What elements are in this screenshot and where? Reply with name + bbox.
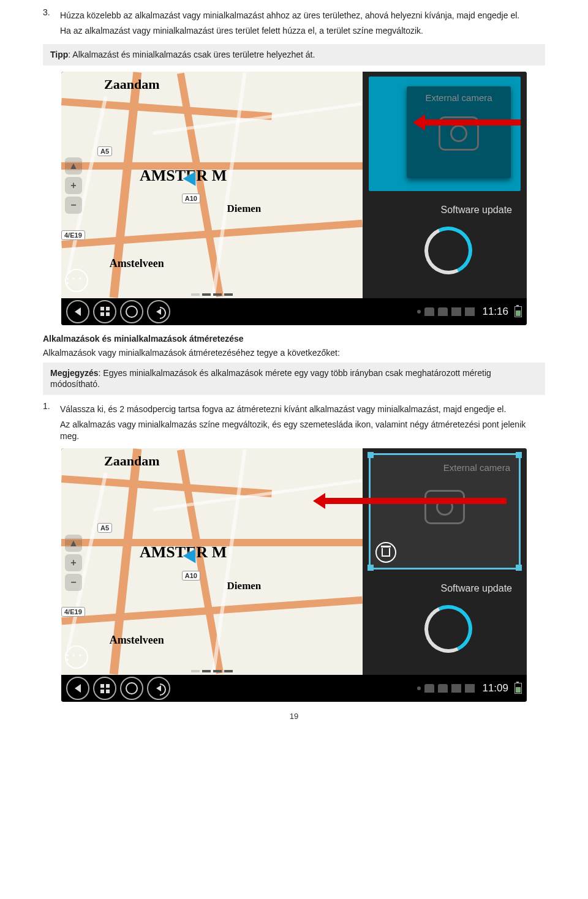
camera-icon [424, 490, 465, 524]
map-city-amsterdam: AMSTER M [140, 167, 227, 185]
note-box: Megjegyzés: Egyes minialkalmazások és al… [43, 363, 545, 396]
trash-icon [382, 548, 390, 557]
volume-button[interactable] [147, 677, 170, 700]
tip-box: Tipp: Alkalmazást és minialkalmazás csak… [43, 44, 545, 66]
zoom-in-button[interactable]: + [65, 177, 82, 194]
screenshot-move-app: Zaandam AMSTER M Diemen Amstelveen A5 4/… [61, 72, 527, 325]
map-view[interactable]: Zaandam AMSTER M Diemen Amstelveen A5 4/… [61, 72, 363, 298]
status-icons [417, 684, 475, 693]
step-1b-sub: Az alkalmazás vagy minialkalmazás színe … [60, 419, 545, 442]
delete-widget-button[interactable] [375, 542, 396, 563]
traffic-icon [424, 307, 434, 316]
battery-icon [514, 683, 522, 694]
step-3-text: Húzza közelebb az alkalmazást vagy minia… [60, 10, 545, 21]
resize-handle[interactable] [368, 565, 374, 571]
apps-grid-button[interactable] [93, 300, 116, 323]
clock: 11:09 [482, 682, 508, 694]
widget-label: External camera [375, 462, 514, 473]
page-number: 19 [43, 712, 545, 721]
widget-label: External camera [425, 92, 492, 103]
camera-aperture-button[interactable] [120, 300, 143, 323]
tip-text: : Alkalmazást és minialkalmazás csak üre… [68, 50, 315, 59]
android-icon [465, 307, 475, 316]
step-1b-text: Válassza ki, és 2 másodpercig tartsa fog… [60, 404, 545, 415]
camera-icon [439, 116, 479, 151]
map-city-diemen: Diemen [227, 203, 262, 215]
signal-icon [451, 684, 461, 693]
apps-grid-button[interactable] [93, 677, 116, 700]
battery-icon [514, 306, 522, 317]
section-title-resize: Alkalmazások és minialkalmazások átméret… [43, 334, 545, 344]
north-up-icon[interactable]: ▲ [65, 157, 82, 175]
map-city-amsterdam: AMSTER M [140, 543, 227, 562]
map-city-zaandam: Zaandam [104, 453, 159, 469]
map-city-diemen: Diemen [227, 580, 262, 592]
widget-label: Software update [374, 583, 516, 594]
record-icon [417, 310, 421, 314]
zoom-out-button[interactable]: − [65, 197, 82, 214]
record-icon [417, 686, 421, 690]
road-shield-a10: A10 [182, 571, 200, 581]
note-label: Megjegyzés [50, 368, 99, 378]
more-options-button[interactable]: ● ● ● ● [65, 269, 88, 292]
widget-label: Software update [374, 205, 516, 216]
drop-target-tile[interactable]: External camera [369, 77, 521, 191]
software-update-tile[interactable]: Software update [369, 198, 521, 296]
screenshot-resize-app: Zaandam AMSTER M Diemen Amstelveen A5 4/… [61, 448, 527, 702]
step-number: 1. [43, 401, 60, 446]
camera-aperture-button[interactable] [120, 677, 143, 700]
resize-handle[interactable] [368, 452, 374, 458]
widget-panel: External camera Software update [363, 448, 527, 675]
road-shield-a5: A5 [97, 146, 112, 156]
resize-handle[interactable] [516, 565, 522, 571]
vehicle-icon [438, 684, 448, 693]
step-1-resize: 1. Válassza ki, és 2 másodpercig tartsa … [43, 401, 545, 446]
step-3-sub: Ha az alkalmazást vagy minialkalmazást ü… [60, 25, 545, 37]
road-shield-a10: A10 [182, 194, 200, 203]
map-city-amstelveen: Amstelveen [110, 257, 164, 270]
back-button[interactable] [66, 677, 89, 700]
section-intro: Alkalmazások vagy minialkalmazások átmér… [43, 347, 545, 359]
widget-panel: External camera Software update [363, 72, 527, 298]
traffic-icon [424, 684, 434, 693]
step-number: 3. [43, 7, 60, 40]
selected-widget-tile[interactable]: External camera [369, 453, 521, 570]
map-view[interactable]: Zaandam AMSTER M Diemen Amstelveen A5 4/… [61, 448, 363, 675]
zoom-out-button[interactable]: − [65, 574, 82, 591]
vehicle-icon [438, 307, 448, 316]
resize-handle[interactable] [516, 452, 522, 458]
map-city-zaandam: Zaandam [104, 77, 159, 92]
page-indicator [191, 293, 233, 296]
page-indicator [191, 670, 233, 672]
update-spinner-icon [424, 227, 465, 267]
step-3: 3. Húzza közelebb az alkalmazást vagy mi… [43, 7, 545, 40]
north-up-icon[interactable]: ▲ [65, 535, 82, 552]
bottom-toolbar: 11:09 [61, 675, 527, 702]
road-shield-a4e19: 4/E19 [61, 607, 85, 617]
back-button[interactable] [66, 300, 89, 323]
update-spinner-icon [424, 605, 465, 645]
bottom-toolbar: 11:16 [61, 298, 527, 325]
tip-label: Tipp [50, 50, 68, 59]
status-icons [417, 307, 475, 316]
more-options-button[interactable]: ● ● ● ● [65, 645, 88, 669]
road-shield-a4e19: 4/E19 [61, 230, 85, 240]
map-city-amstelveen: Amstelveen [110, 634, 164, 647]
signal-icon [451, 307, 461, 316]
android-icon [465, 684, 475, 693]
software-update-tile[interactable]: Software update [369, 577, 521, 672]
zoom-in-button[interactable]: + [65, 554, 82, 571]
volume-button[interactable] [147, 300, 170, 323]
dragging-widget[interactable]: External camera [407, 86, 511, 178]
clock: 11:16 [482, 306, 508, 318]
note-text: : Egyes minialkalmazások és alkalmazások… [50, 368, 491, 389]
road-shield-a5: A5 [97, 523, 112, 533]
